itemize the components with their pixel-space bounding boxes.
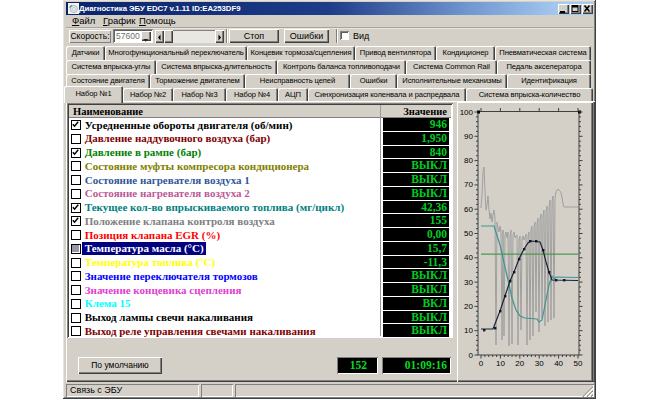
svg-text:40: 40 [554,359,563,368]
svg-text:0: 0 [469,351,474,360]
svg-text:50: 50 [574,359,583,368]
svg-text:90: 90 [464,132,473,141]
svg-text:60: 60 [464,205,473,214]
svg-text:10: 10 [496,359,505,368]
svg-text:0: 0 [479,359,484,368]
svg-text:40: 40 [464,253,473,262]
svg-text:50: 50 [464,229,473,238]
svg-text:100: 100 [460,108,474,117]
svg-text:80: 80 [464,156,473,165]
svg-text:30: 30 [535,359,544,368]
svg-text:20: 20 [515,359,524,368]
svg-text:30: 30 [464,278,473,287]
svg-text:70: 70 [464,180,473,189]
svg-text:10: 10 [464,326,473,335]
svg-text:20: 20 [464,302,473,311]
